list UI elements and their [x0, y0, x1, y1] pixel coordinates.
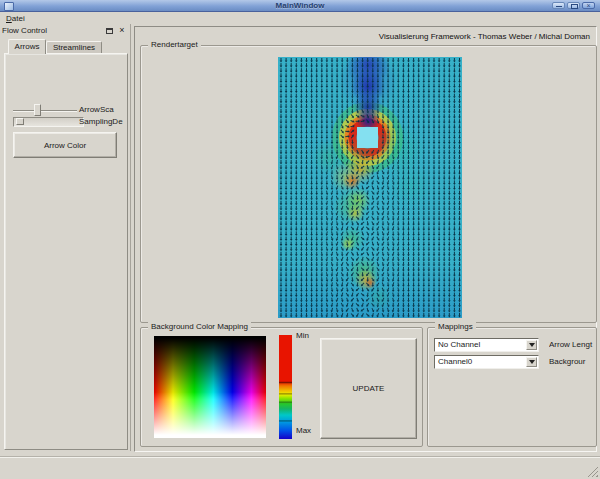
menubar: Datei	[0, 12, 600, 24]
arrow-length-channel-value: No Channel	[438, 340, 480, 349]
chevron-down-icon	[529, 343, 535, 347]
background-channel-select[interactable]: Channel0	[434, 355, 539, 369]
sampling-slider[interactable]	[13, 117, 84, 127]
sampling-label: SamplingDe	[79, 117, 129, 127]
arrow-length-label: Arrow Lengt	[549, 338, 595, 352]
titlebar[interactable]: MainWindow ×	[0, 0, 600, 12]
flow-field-visualization[interactable]	[278, 57, 462, 318]
tab-streamlines[interactable]: Streamlines	[46, 41, 102, 53]
dropdown-button[interactable]	[526, 340, 537, 350]
background-channel-value: Channel0	[438, 357, 472, 366]
arrow-scale-slider-groove	[13, 110, 77, 112]
maximize-button[interactable]	[567, 2, 580, 9]
rendertarget-group: Rendertarget	[140, 45, 597, 323]
dock-close-icon[interactable]: ×	[117, 24, 127, 36]
color-picker-map[interactable]	[154, 336, 266, 438]
window-title: MainWindow	[0, 0, 600, 11]
menu-item-datei[interactable]: Datei	[0, 12, 31, 24]
arrow-scale-slider-handle[interactable]	[34, 104, 41, 116]
close-icon: ×	[583, 1, 594, 10]
arrow-length-channel-select[interactable]: No Channel	[434, 338, 539, 352]
tab-arrows[interactable]: Arrows	[8, 39, 46, 54]
transfer-function-colorbar	[279, 335, 292, 439]
statusbar	[0, 456, 600, 479]
arrow-color-button[interactable]: Arrow Color	[13, 132, 117, 158]
mappings-group: Mappings No Channel Arrow Lengt Channel0…	[427, 327, 597, 447]
arrow-scale-slider[interactable]	[13, 104, 77, 117]
resize-grip-icon[interactable]	[587, 466, 598, 477]
arrows-tab-pane: ArrowSca SamplingDe Arrow Color	[4, 53, 128, 450]
update-button[interactable]: UPDATE	[320, 338, 417, 439]
sampling-slider-handle[interactable]	[16, 118, 24, 125]
central-area: Visualisierung Framework - Thomas Weber …	[134, 26, 597, 452]
close-button[interactable]: ×	[582, 2, 595, 9]
rendertarget-group-label: Rendertarget	[148, 40, 201, 50]
arrow-scale-label: ArrowSca	[79, 105, 129, 115]
dropdown-button[interactable]	[526, 357, 537, 367]
background-mapping-label: Background Color Mapping	[148, 322, 251, 332]
float-window-icon[interactable]	[106, 28, 113, 34]
background-mapping-group: Background Color Mapping Min Max UPDATE	[140, 327, 423, 447]
minimize-button[interactable]	[552, 2, 565, 9]
chevron-down-icon	[529, 360, 535, 364]
flow-control-dock: Flow Control × Arrows Streamlines ArrowS…	[0, 24, 131, 451]
background-channel-label: Backgrour	[549, 355, 595, 369]
mappings-group-label: Mappings	[435, 322, 476, 332]
credit-text: Visualisierung Framework - Thomas Weber …	[379, 32, 590, 41]
